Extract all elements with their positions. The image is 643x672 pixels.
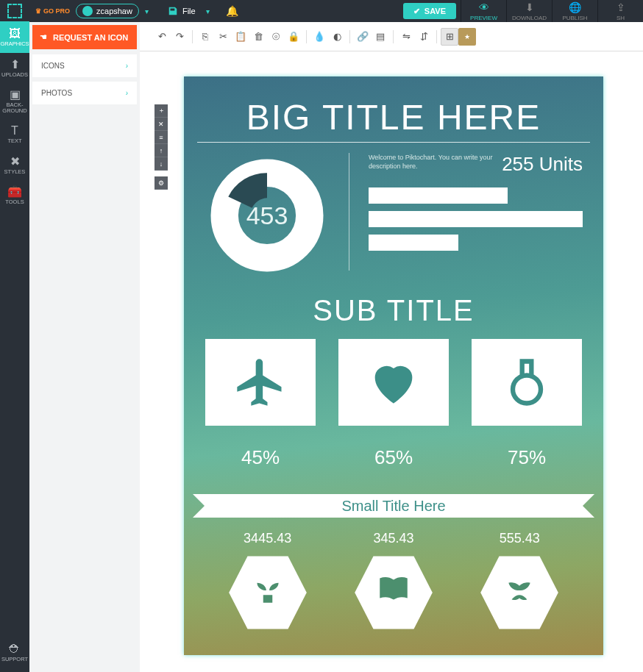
move-down-button[interactable]: ↓ (154, 157, 168, 171)
user-menu[interactable]: zcapshaw (76, 4, 139, 18)
download-button[interactable]: ⬇ DOWNLOAD (506, 0, 552, 22)
units-label[interactable]: 255 Units (502, 153, 583, 176)
canvas-viewport[interactable]: ＋ ✕ ≡ ↑ ↓ ⚙ BIG TITLE HERE 453 (140, 51, 643, 672)
block-settings-button[interactable]: ⚙ (154, 176, 168, 190)
sidebar-item-label: BACK-GROUND (0, 102, 29, 113)
airplane-icon (232, 354, 288, 410)
sidebar-item-support[interactable]: ⛑ SUPPORT (0, 637, 29, 668)
panel-tab-photos[interactable]: PHOTOS › (32, 82, 137, 104)
flask-icon (499, 354, 555, 410)
half-circle-icon: ◐ (333, 31, 341, 42)
move-up-button[interactable]: ↑ (154, 144, 168, 157)
request-icon-button[interactable]: ☚ REQUEST AN ICON (32, 25, 137, 49)
lock-icon: 🔒 (288, 31, 299, 42)
file-menu[interactable]: File ▾ (168, 6, 216, 16)
clipboard-icon: 📋 (235, 31, 246, 42)
remove-block-button[interactable]: ✕ (154, 118, 168, 131)
stat-cards-row: 45% 65% 75% (197, 339, 590, 469)
color-button[interactable]: ◐ (328, 28, 346, 46)
delete-button[interactable]: 🗑 (249, 28, 267, 46)
flag-icon: ★ (464, 33, 470, 40)
big-title[interactable]: BIG TITLE HERE (197, 97, 590, 137)
download-icon: ⬇ (525, 1, 534, 13)
sidebar-item-uploads[interactable]: ⬆ UPLOADS (0, 53, 29, 84)
copy-button[interactable]: ⎘ (196, 28, 214, 46)
sidebar-item-label: SUPPORT (1, 657, 28, 662)
plant-icon (249, 571, 286, 607)
add-block-button[interactable]: ＋ (154, 104, 168, 118)
sidebar-item-text[interactable]: T TEXT (0, 119, 29, 150)
chevron-right-icon: › (126, 89, 128, 97)
stat-percent[interactable]: 45% (241, 446, 280, 469)
chevron-right-icon: › (126, 62, 128, 70)
hex-value[interactable]: 555.43 (500, 531, 540, 546)
align-button[interactable]: ⊞ (441, 28, 458, 46)
publish-button[interactable]: 🌐 PUBLISH (552, 0, 597, 22)
hex-value[interactable]: 345.43 (373, 531, 413, 546)
upload-icon: ⬆ (10, 59, 20, 71)
stat-card[interactable]: 65% (335, 339, 452, 469)
stat-percent[interactable]: 75% (508, 446, 546, 469)
align-icon: ⊞ (446, 31, 454, 42)
hex-item[interactable]: 555.43 (479, 531, 560, 626)
username-label: zcapshaw (96, 7, 132, 15)
donut-value: 453 (205, 153, 330, 278)
link-button[interactable]: 🔗 (354, 28, 372, 46)
lock-button[interactable]: 🔒 (285, 28, 302, 46)
user-avatar-icon (82, 6, 93, 16)
hex-value[interactable]: 3445.43 (244, 531, 291, 546)
save-disk-icon (168, 6, 178, 16)
panel-tab-label: PHOTOS (41, 89, 72, 97)
go-pro-button[interactable]: ♛ GO PRO (35, 7, 70, 15)
bar-chart[interactable] (369, 187, 583, 251)
pointer-icon: ☚ (40, 32, 47, 42)
notifications-icon[interactable]: 🔔 (226, 5, 238, 17)
stat-bubble (472, 339, 582, 426)
chevron-down-icon[interactable]: ▾ (145, 7, 149, 15)
arrange-button[interactable]: ▤ (372, 28, 389, 46)
paste-button[interactable]: 📋 (232, 28, 249, 46)
stat-bubble (205, 339, 316, 426)
request-icon-label: REQUEST AN ICON (53, 33, 128, 42)
stats-row: 453 Welcome to Piktochart. You can write… (197, 153, 590, 278)
sidebar-item-background[interactable]: ▣ BACK-GROUND (0, 83, 29, 119)
sidebar-item-tools[interactable]: 🧰 TOOLS (0, 180, 29, 211)
undo-button[interactable]: ↶ (153, 28, 171, 46)
save-button[interactable]: ✔ SAVE (403, 3, 456, 19)
trash-icon: 🗑 (254, 31, 263, 42)
hex-row: 3445.43 345.43 555.4 (197, 531, 590, 626)
stat-percent[interactable]: 65% (374, 446, 413, 469)
description-text[interactable]: Welcome to Piktochart. You can write you… (369, 153, 493, 171)
donut-chart[interactable]: 453 (205, 153, 330, 278)
hex-item[interactable]: 3445.43 (227, 531, 308, 626)
share-button[interactable]: ⇪ SH (597, 0, 643, 22)
infographic-canvas[interactable]: BIG TITLE HERE 453 Welcome to Piktochart… (184, 76, 603, 655)
panel-tab-icons[interactable]: ICONS › (32, 54, 137, 77)
sidebar-item-label: TOOLS (5, 199, 24, 205)
stat-card[interactable]: 75% (468, 339, 586, 469)
stat-card[interactable]: 45% (202, 339, 319, 469)
download-label: DOWNLOAD (512, 15, 547, 21)
preview-label: PREVIEW (470, 15, 497, 21)
flip-h-button[interactable]: ⇋ (397, 28, 415, 46)
preview-button[interactable]: 👁 PREVIEW (461, 0, 506, 22)
scissors-icon: ✂ (219, 31, 227, 42)
clone-block-button[interactable]: ≡ (154, 131, 168, 144)
opacity-button[interactable]: 💧 (310, 28, 328, 46)
sub-title[interactable]: SUB TITLE (197, 294, 590, 327)
graphics-panel: ☚ REQUEST AN ICON ICONS › PHOTOS › (29, 22, 140, 672)
app-logo[interactable] (0, 0, 29, 22)
sidebar-item-graphics[interactable]: 🖼 GRAPHICS (0, 22, 29, 53)
layers-icon: ▣ (10, 89, 21, 101)
book-icon (375, 571, 412, 607)
sidebar-item-styles[interactable]: ✖ STYLES (0, 150, 29, 181)
link-icon: 🔗 (357, 31, 369, 42)
ribbon-banner[interactable]: Small Title Here (205, 494, 583, 518)
redo-button[interactable]: ↷ (171, 28, 188, 46)
flag-button[interactable]: ★ (458, 28, 476, 46)
flip-v-button[interactable]: ⇵ (415, 28, 433, 46)
hex-item[interactable]: 345.43 (353, 531, 434, 626)
cut-button[interactable]: ✂ (214, 28, 232, 46)
share-label: SH (617, 15, 625, 21)
group-button[interactable]: ⦾ (267, 28, 285, 46)
